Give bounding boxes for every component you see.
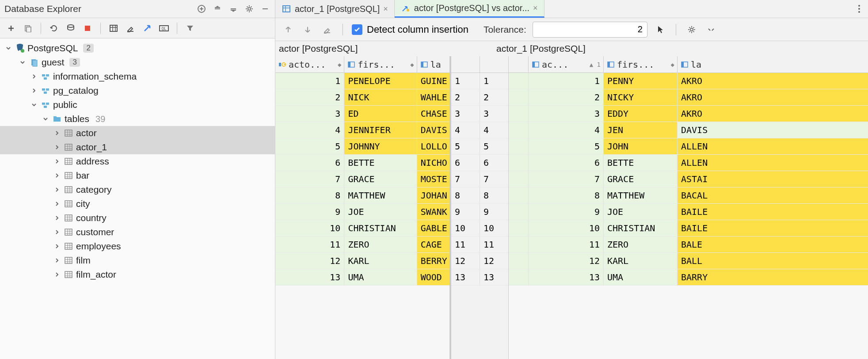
stop-icon[interactable] <box>81 22 94 35</box>
table-row[interactable]: 13 UMA WOOD <box>275 269 449 286</box>
next-diff-icon[interactable] <box>301 23 314 36</box>
table-row[interactable]: 2 NICKY AKRO <box>509 89 868 106</box>
cell-blank[interactable] <box>509 269 529 285</box>
cell-firstname[interactable]: ZERO <box>344 237 417 252</box>
cell-lastname[interactable]: BAILE <box>678 220 868 236</box>
tab-compare[interactable]: actor [PostgreSQL] vs actor... × <box>395 0 544 18</box>
cell-id[interactable]: 7 <box>529 171 604 187</box>
cell-lastname[interactable]: BAILE <box>678 204 868 220</box>
cell-lastname[interactable]: LOLLO <box>417 138 449 154</box>
cell-blank[interactable] <box>509 237 529 252</box>
cell-lastname[interactable]: JOHAN <box>417 187 449 203</box>
cell-firstname[interactable]: NICKY <box>604 89 678 105</box>
cell-firstname[interactable]: KARL <box>344 253 417 269</box>
cell-id[interactable]: 3 <box>529 106 604 122</box>
chevron-down-icon[interactable] <box>4 44 12 52</box>
table-row[interactable]: 6 BETTE ALLEN <box>509 155 868 171</box>
cell-lastname[interactable]: BALE <box>678 237 868 252</box>
table-row[interactable]: 1 PENNY AKRO <box>509 73 868 89</box>
column-header[interactable]: acto... ◆ <box>275 56 344 73</box>
tree-node-table[interactable]: film <box>0 253 275 267</box>
column-header[interactable]: firs... ◆ <box>344 56 417 73</box>
tree-node-schema[interactable]: information_schema <box>0 69 275 84</box>
cell-blank[interactable] <box>509 89 529 105</box>
cell-id[interactable]: 9 <box>275 204 344 220</box>
cell-firstname[interactable]: PENELOPE <box>344 73 417 89</box>
cell-lastname[interactable]: NICHO <box>417 155 449 171</box>
cell-lastname[interactable]: DAVIS <box>678 122 868 138</box>
cell-firstname[interactable]: JOE <box>344 204 417 220</box>
cell-firstname[interactable]: CHRISTIAN <box>604 220 678 236</box>
table-row[interactable]: 4 JENNIFER DAVIS <box>275 122 449 138</box>
cell-id[interactable]: 9 <box>529 204 604 220</box>
tree-node-table[interactable]: country <box>0 211 275 225</box>
cell-id[interactable]: 4 <box>275 122 344 138</box>
tree-node-schema[interactable]: public <box>0 98 275 112</box>
cell-firstname[interactable]: JOHNNY <box>344 138 417 154</box>
data-rows[interactable]: 1 PENELOPE GUINE 2 NICK WAHLE 3 ED CHASE… <box>275 73 449 359</box>
table-row[interactable]: 10 CHRISTIAN BAILE <box>509 220 868 237</box>
cell-id[interactable]: 10 <box>275 220 344 236</box>
cell-lastname[interactable]: WOOD <box>417 269 449 285</box>
cell-firstname[interactable]: BETTE <box>604 155 678 171</box>
cell-blank[interactable] <box>509 106 529 122</box>
cell-id[interactable]: 7 <box>275 171 344 187</box>
chevron-right-icon[interactable] <box>53 214 61 222</box>
cell-lastname[interactable]: BERRY <box>417 253 449 269</box>
table-row[interactable]: 9 JOE BAILE <box>509 204 868 220</box>
cell-id[interactable]: 6 <box>529 155 604 171</box>
tab-actor1[interactable]: actor_1 [PostgreSQL] × <box>275 0 395 18</box>
tree-node-tables-folder[interactable]: tables 39 <box>0 112 275 126</box>
tree-node-table[interactable]: film_actor <box>0 267 275 282</box>
cell-id[interactable]: 8 <box>275 187 344 203</box>
cell-id[interactable]: 1 <box>275 73 344 89</box>
sort-indicator[interactable]: ▲ 1 <box>590 61 601 68</box>
cell-id[interactable]: 13 <box>529 269 604 285</box>
table-row[interactable]: 10 CHRISTIAN GABLE <box>275 220 449 237</box>
cursor-icon[interactable] <box>654 23 667 36</box>
cell-blank[interactable] <box>509 220 529 236</box>
sort-icon[interactable]: ◆ <box>671 61 674 68</box>
tree-node-table[interactable]: bar <box>0 168 275 183</box>
tree-node-table[interactable]: address <box>0 154 275 168</box>
cell-lastname[interactable]: DAVIS <box>417 122 449 138</box>
cell-id[interactable]: 5 <box>529 138 604 154</box>
tolerance-input[interactable] <box>533 22 647 38</box>
refresh-icon[interactable] <box>47 22 61 35</box>
cell-id[interactable]: 10 <box>529 220 604 236</box>
chevron-right-icon[interactable] <box>30 73 38 80</box>
table-row[interactable]: 1 PENELOPE GUINE <box>275 73 449 89</box>
chevron-down-icon[interactable] <box>30 101 38 109</box>
gear-icon[interactable] <box>685 23 698 36</box>
close-icon[interactable]: × <box>383 4 388 14</box>
table-row[interactable]: 5 JOHNNY LOLLO <box>275 138 449 155</box>
cell-id[interactable]: 2 <box>275 89 344 105</box>
chevron-down-icon[interactable] <box>42 115 49 123</box>
close-icon[interactable]: × <box>533 4 538 13</box>
cell-lastname[interactable]: WAHLE <box>417 89 449 105</box>
table-row[interactable]: 7 GRACE MOSTE <box>275 171 449 187</box>
table-icon[interactable] <box>107 22 120 35</box>
database-tree[interactable]: PostgreSQL 2 guest 3 information_schema … <box>0 38 275 359</box>
column-header[interactable] <box>509 56 529 73</box>
column-header[interactable]: firs... ◆ <box>604 56 678 73</box>
cell-lastname[interactable]: SWANK <box>417 204 449 220</box>
chevron-right-icon[interactable] <box>53 242 61 250</box>
minimize-icon[interactable] <box>260 4 270 14</box>
tree-node-table[interactable]: city <box>0 197 275 211</box>
table-row[interactable]: 13 UMA BARRY <box>509 269 868 286</box>
cell-blank[interactable] <box>509 204 529 220</box>
tree-node-table[interactable]: employees <box>0 239 275 253</box>
tree-node-postgresql[interactable]: PostgreSQL 2 <box>0 41 275 55</box>
navigate-icon[interactable] <box>141 22 154 35</box>
cell-blank[interactable] <box>509 155 529 171</box>
cell-firstname[interactable]: JOE <box>604 204 678 220</box>
table-row[interactable]: 9 JOE SWANK <box>275 204 449 220</box>
tree-node-table[interactable]: customer <box>0 225 275 239</box>
filter-icon[interactable] <box>183 22 197 35</box>
detect-column-insertion-checkbox[interactable]: Detect column insertion <box>352 24 468 35</box>
cell-blank[interactable] <box>509 253 529 269</box>
cell-firstname[interactable]: MATTHEW <box>604 187 678 203</box>
cell-lastname[interactable]: GUINE <box>417 73 449 89</box>
chevron-right-icon[interactable] <box>53 271 61 279</box>
